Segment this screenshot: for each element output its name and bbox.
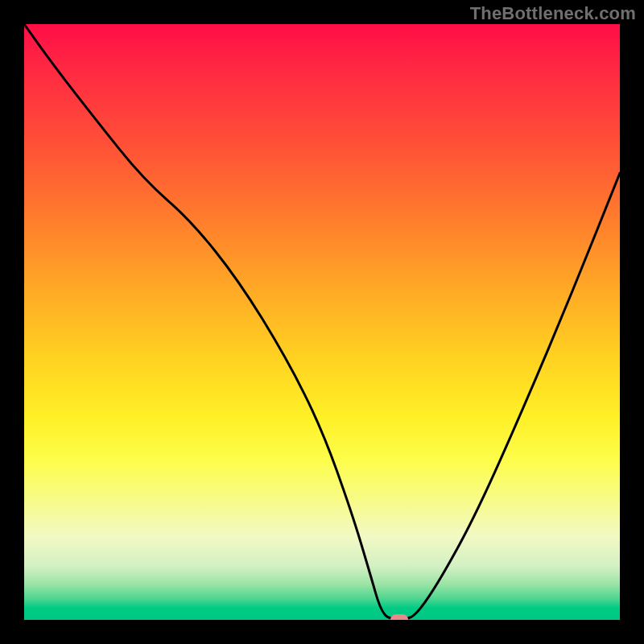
bottleneck-curve	[24, 24, 620, 620]
plot-area	[24, 24, 620, 620]
trough-marker	[390, 614, 408, 620]
watermark-text: TheBottleneck.com	[470, 3, 636, 24]
frame: TheBottleneck.com	[0, 0, 644, 644]
